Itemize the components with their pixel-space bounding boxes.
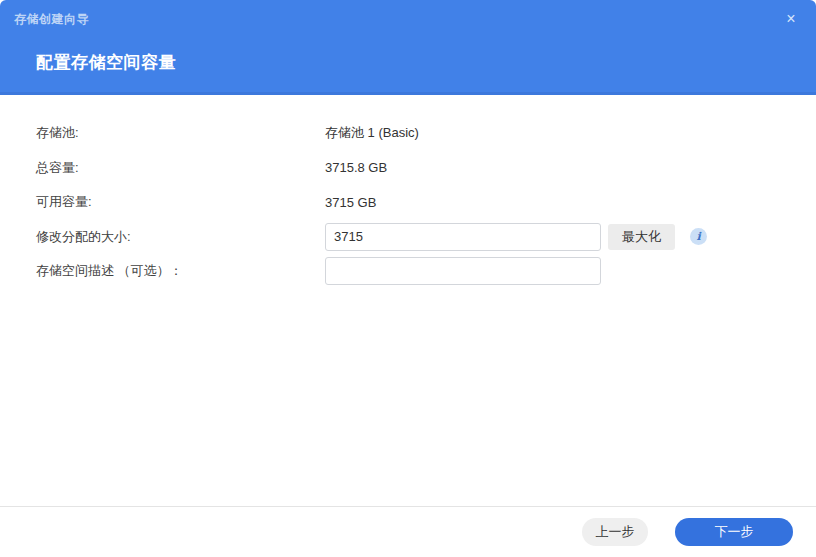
maximize-button[interactable]: 最大化	[608, 224, 675, 250]
description-input[interactable]	[325, 257, 601, 285]
close-icon[interactable]: ×	[780, 8, 802, 30]
available-capacity-row: 可用容量: 3715 GB	[36, 185, 816, 219]
allocated-size-input[interactable]	[325, 223, 601, 251]
allocated-size-row: 修改分配的大小: 最大化 i	[36, 220, 816, 254]
step-title: 配置存储空间容量	[36, 51, 176, 74]
allocated-size-label: 修改分配的大小:	[36, 228, 325, 246]
storage-pool-row: 存储池: 存储池 1 (Basic)	[36, 116, 816, 150]
dialog-header: 存储创建向导 × 配置存储空间容量	[0, 0, 816, 95]
next-button[interactable]: 下一步	[675, 518, 793, 546]
storage-pool-label: 存储池:	[36, 124, 325, 142]
total-capacity-label: 总容量:	[36, 159, 325, 177]
total-capacity-value: 3715.8 GB	[325, 160, 387, 175]
storage-pool-value: 存储池 1 (Basic)	[325, 124, 419, 142]
storage-creation-wizard-dialog: 存储创建向导 × 配置存储空间容量 存储池: 存储池 1 (Basic) 总容量…	[0, 0, 816, 557]
info-icon[interactable]: i	[690, 228, 707, 245]
description-row: 存储空间描述 （可选）：	[36, 254, 816, 288]
available-capacity-label: 可用容量:	[36, 193, 325, 211]
dialog-body: 存储池: 存储池 1 (Basic) 总容量: 3715.8 GB 可用容量: …	[0, 95, 816, 506]
back-button[interactable]: 上一步	[582, 518, 648, 546]
window-title: 存储创建向导	[14, 11, 89, 28]
description-label: 存储空间描述 （可选）：	[36, 262, 325, 280]
total-capacity-row: 总容量: 3715.8 GB	[36, 151, 816, 185]
dialog-footer: 上一步 下一步	[0, 506, 816, 557]
available-capacity-value: 3715 GB	[325, 195, 376, 210]
